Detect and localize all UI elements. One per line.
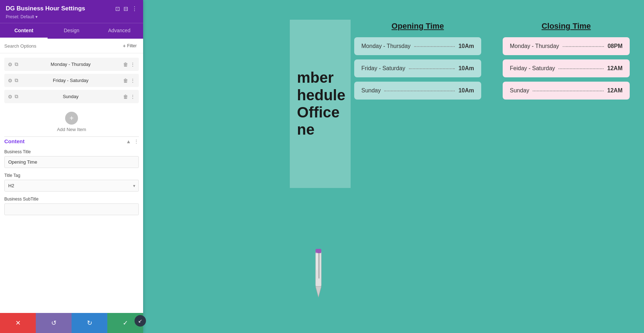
more-icon[interactable]: ⋮ [130, 78, 135, 83]
item-left-icons: ⚙ ⧉ [8, 61, 18, 67]
title-tag-select[interactable]: H1 H2 H3 H4 H5 H6 p [4, 180, 139, 192]
opening-row-2: Friday - Saturday 10Am [354, 59, 481, 77]
opening-time-2: 10Am [458, 65, 474, 72]
closing-time-1: 08PM [608, 43, 623, 49]
panel-title: DG Business Hour Settings [6, 5, 85, 12]
panel-tabs: Content Design Advanced [0, 23, 143, 39]
collapse-icon[interactable]: ▲ [126, 139, 131, 144]
floating-icon[interactable]: ↙ [135, 315, 146, 327]
pen-svg [293, 247, 343, 304]
opening-time-1: 10Am [458, 43, 474, 49]
add-new-item-button[interactable]: + Add New Item [4, 106, 139, 135]
content-section-header: Content ▲ ⋮ [4, 138, 139, 144]
plus-icon: + [69, 114, 74, 122]
more-icon[interactable]: ⋮ [130, 94, 135, 100]
panel-header: DG Business Hour Settings ⊡ ⊟ ⋮ Preset: … [0, 0, 143, 23]
panel-bottom-bar: ✕ ↺ ↻ ✓ [0, 313, 143, 333]
closing-day-2: Feiday - Saturday [510, 65, 555, 72]
copy-icon[interactable]: ⧉ [15, 77, 18, 83]
item-right-icons: 🗑 ⋮ [123, 62, 135, 67]
item-left-icons: ⚙ ⧉ [8, 77, 18, 83]
dots-5 [558, 68, 604, 69]
list-item: ⚙ ⧉ Monday - Thursday 🗑 ⋮ [4, 58, 139, 71]
dots-2 [409, 68, 455, 69]
pen-decoration [290, 240, 347, 312]
cancel-button[interactable]: ✕ [0, 313, 36, 333]
opening-day-3: Sunday [361, 87, 381, 94]
closing-row-2: Feiday - Saturday 12AM [503, 59, 630, 77]
panel-body: ⚙ ⧉ Monday - Thursday 🗑 ⋮ ⚙ ⧉ Friday - S… [0, 53, 143, 313]
dots-6 [533, 91, 604, 91]
list-item: ⚙ ⧉ Sunday 🗑 ⋮ [4, 90, 139, 103]
item-label: Monday - Thursday [21, 62, 120, 67]
item-left-icons: ⚙ ⧉ [8, 93, 18, 100]
business-title-input[interactable] [4, 156, 139, 168]
list-item: ⚙ ⧉ Friday - Saturday 🗑 ⋮ [4, 74, 139, 87]
business-subtitle-input[interactable] [4, 203, 139, 215]
layout-icon[interactable]: ⊟ [123, 5, 128, 12]
responsive-icon[interactable]: ⊡ [115, 5, 120, 12]
trash-icon[interactable]: 🗑 [123, 78, 128, 83]
panel-preset[interactable]: Preset: Default [6, 14, 137, 19]
more-icon[interactable]: ⋮ [132, 5, 137, 12]
undo-button[interactable]: ↺ [36, 313, 72, 333]
item-right-icons: 🗑 ⋮ [123, 78, 135, 83]
item-label: Friday - Saturday [21, 78, 120, 83]
opening-day-2: Friday - Saturday [361, 65, 405, 72]
search-row: Filter [0, 39, 143, 53]
closing-time-title: Closing Time [503, 21, 630, 31]
opening-day-1: Monday - Thursday [361, 43, 411, 49]
closing-day-1: Monday - Thursday [510, 43, 559, 49]
closing-row-1: Monday - Thursday 08PM [503, 37, 630, 55]
settings-icon[interactable]: ⚙ [8, 78, 13, 83]
left-panel: DG Business Hour Settings ⊡ ⊟ ⋮ Preset: … [0, 0, 143, 333]
search-input[interactable] [4, 43, 118, 49]
tab-content[interactable]: Content [0, 23, 48, 39]
copy-icon[interactable]: ⧉ [15, 61, 18, 67]
redo-button[interactable]: ↻ [72, 313, 107, 333]
section-more-icon[interactable]: ⋮ [134, 139, 139, 144]
closing-row-3: Sunday 12AM [503, 82, 630, 100]
copy-icon[interactable]: ⧉ [15, 93, 18, 100]
more-icon[interactable]: ⋮ [130, 62, 135, 67]
tab-advanced[interactable]: Advanced [96, 23, 143, 39]
svg-rect-1 [318, 250, 319, 279]
closing-time-column: Closing Time Monday - Thursday 08PM Feid… [503, 21, 630, 104]
dots-3 [384, 91, 455, 91]
title-tag-select-wrap: H1 H2 H3 H4 H5 H6 p ▾ [4, 180, 139, 192]
settings-icon[interactable]: ⚙ [8, 62, 13, 67]
panel-header-icons: ⊡ ⊟ ⋮ [115, 5, 137, 12]
opening-time-3: 10Am [458, 87, 474, 94]
item-label: Sunday [21, 94, 120, 99]
svg-marker-2 [316, 286, 321, 297]
add-new-circle-icon: + [65, 112, 78, 125]
dots-4 [563, 46, 604, 47]
dots-1 [414, 46, 455, 47]
svg-rect-4 [316, 252, 317, 270]
business-title-label: Business Title [4, 149, 139, 154]
tab-design[interactable]: Design [48, 23, 95, 39]
trash-icon[interactable]: 🗑 [123, 62, 128, 67]
opening-time-column: Opening Time Monday - Thursday 10Am Frid… [354, 21, 481, 104]
filter-button[interactable]: Filter [121, 42, 139, 49]
right-canvas: mberheduleOfficene Opening Time Monday -… [143, 0, 644, 333]
opening-row-3: Sunday 10Am [354, 82, 481, 100]
hours-container: Opening Time Monday - Thursday 10Am Frid… [354, 21, 630, 104]
business-subtitle-label: Business SubTitle [4, 197, 139, 202]
opening-time-title: Opening Time [354, 21, 481, 31]
overlay-text: mberheduleOfficene [297, 69, 343, 138]
trash-icon[interactable]: 🗑 [123, 94, 128, 100]
settings-icon[interactable]: ⚙ [8, 94, 13, 100]
content-section-icons: ▲ ⋮ [126, 139, 139, 144]
canvas-text-overlay: mberheduleOfficene [290, 20, 351, 188]
divider [4, 136, 139, 137]
item-right-icons: 🗑 ⋮ [123, 94, 135, 100]
title-tag-label: Title Tag [4, 173, 139, 178]
opening-row-1: Monday - Thursday 10Am [354, 37, 481, 55]
add-new-label: Add New Item [57, 127, 86, 132]
closing-time-2: 12AM [607, 65, 623, 72]
closing-time-3: 12AM [607, 87, 623, 94]
content-section-title: Content [4, 138, 25, 144]
closing-day-3: Sunday [510, 87, 529, 94]
